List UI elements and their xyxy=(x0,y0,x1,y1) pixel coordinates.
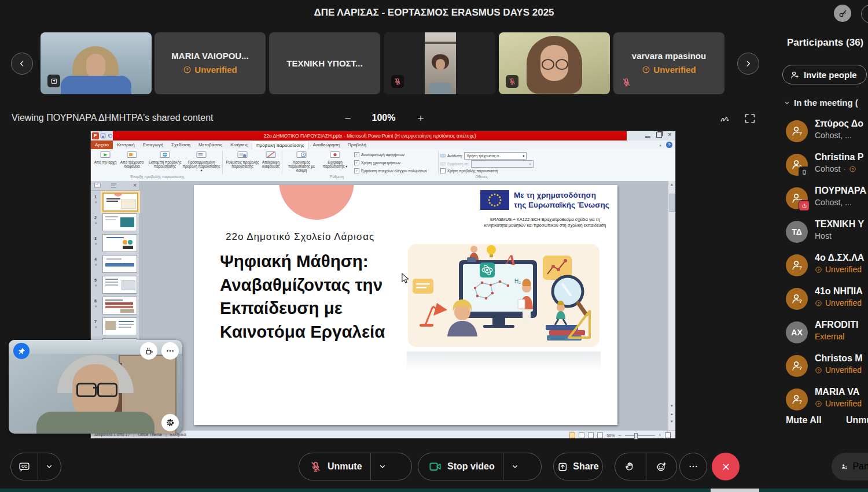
share-button[interactable]: Share xyxy=(553,453,603,480)
self-view-settings-button[interactable] xyxy=(161,414,179,431)
meeting-lock-button[interactable] xyxy=(834,5,851,22)
reactions-button[interactable] xyxy=(646,461,676,472)
closed-captions-button[interactable]: CC xyxy=(10,453,61,480)
checkbox-play-narrations[interactable]: ✓ Αναπαραγωγή αφηγήσεων xyxy=(354,152,404,157)
stop-video-button[interactable]: Stop video xyxy=(418,453,542,480)
self-view-more-button[interactable] xyxy=(161,342,179,360)
slide-thumbnail-7[interactable] xyxy=(102,317,137,335)
zoom-out-button[interactable]: − xyxy=(340,111,355,126)
unmute-button[interactable]: Unmute xyxy=(299,453,412,480)
tab-file[interactable]: Αρχείο xyxy=(91,140,113,149)
reading-view-icon[interactable] xyxy=(588,432,594,438)
tab-review[interactable]: Αναθεώρηση xyxy=(308,140,343,149)
show-on-dropdown[interactable]: ▾ xyxy=(471,160,534,168)
fit-to-window-icon[interactable] xyxy=(665,432,671,438)
close-panel-icon[interactable]: × xyxy=(133,182,137,188)
pin-video-button[interactable] xyxy=(13,343,30,359)
participant-row[interactable]: ΤΔ ΤΕΧΝΙΚΗ Υ Host xyxy=(778,215,868,249)
video-tile-1[interactable] xyxy=(41,32,152,94)
slide-sorter-view-icon[interactable] xyxy=(579,432,584,438)
ribbon-broadcast-button[interactable]: Εκπομπή προβολής παρουσίασης xyxy=(148,151,182,168)
unmute-all-button[interactable]: Unmute all xyxy=(846,415,868,426)
participant-row[interactable]: ? 4ο Δ.ΣΧ.ΛΑ ? Unverified xyxy=(778,249,868,282)
slideshow-view-icon[interactable] xyxy=(597,432,603,438)
undo-icon[interactable] xyxy=(107,133,113,139)
slides-tab-icon[interactable] xyxy=(94,183,101,189)
participant-role: Cohost xyxy=(815,164,840,173)
checkbox-use-timings[interactable]: ✓ Χρήση χρονομετρήσεων xyxy=(354,160,400,165)
scroll-down-icon[interactable]: ▼ xyxy=(668,404,675,408)
zoom-slider[interactable] xyxy=(625,435,655,436)
tab-animations[interactable]: Κινήσεις xyxy=(226,140,252,149)
invite-people-button[interactable]: Invite people xyxy=(782,65,867,84)
slide-thumbnail-5[interactable] xyxy=(102,276,137,294)
ribbon-setup-show-button[interactable]: Ρυθμίσεις προβολής παρουσίασης xyxy=(225,151,260,168)
participant-row[interactable]: ? Σπύρος Δο Cohost, ... xyxy=(778,114,868,148)
participant-name: 4ο Δ.ΣΧ.ΛΑ xyxy=(815,253,864,263)
ribbon-hide-slide-button[interactable]: Απόκρυψη διαφάνειας xyxy=(261,151,281,168)
ribbon-record-button[interactable]: Εγγραφή παρουσίασης ▾ xyxy=(321,151,350,168)
mute-all-button[interactable]: Mute All xyxy=(786,415,822,426)
titlebar-extra-button[interactable] xyxy=(861,5,868,23)
checkbox-presenter-view[interactable]: Χρήση προβολής παρουσιαστή xyxy=(440,168,498,173)
slide-thumbnail-2[interactable] xyxy=(102,213,137,231)
zoom-slider-thumb[interactable] xyxy=(634,433,638,439)
zoom-out-icon[interactable]: − xyxy=(618,432,621,438)
leave-meeting-button[interactable] xyxy=(712,453,740,480)
help-icon[interactable]: ? xyxy=(666,142,672,148)
next-slide-icon[interactable]: ▼ xyxy=(668,420,675,423)
restore-icon[interactable] xyxy=(656,132,662,138)
previous-slide-icon[interactable]: ▲ xyxy=(668,412,675,416)
video-tile-6[interactable]: varvara mpasinou ? Unverified xyxy=(613,32,724,94)
video-tile-2[interactable]: MARIA VAIOPOU... ? Unverified xyxy=(155,32,266,94)
filmstrip-prev-button[interactable] xyxy=(11,53,33,75)
ribbon-custom-show-button[interactable]: Προσαρμοσμένη προβολή παρουσίασης ▾ xyxy=(182,151,220,173)
checkbox-show-media-controls[interactable]: ✓ Εμφάνιση στοιχείων ελέγχου πολυμέσων xyxy=(354,168,427,173)
expand-button[interactable] xyxy=(744,112,756,127)
filmstrip-next-button[interactable] xyxy=(737,53,759,75)
tab-insert[interactable]: Εισαγωγή xyxy=(139,140,167,149)
slide-thumbnail-4[interactable] xyxy=(102,255,137,273)
slide-thumbnail-3[interactable] xyxy=(102,234,137,252)
scrollbar-thumb[interactable] xyxy=(670,194,675,212)
save-icon[interactable] xyxy=(100,133,106,139)
video-tile-5[interactable] xyxy=(499,32,610,94)
slide-thumbnail-1[interactable] xyxy=(102,193,138,212)
participant-row[interactable]: AX AFRODITI External xyxy=(778,316,868,349)
outline-tab-icon[interactable] xyxy=(111,183,117,189)
participant-row[interactable]: ? Christos M ? Unverified xyxy=(778,349,868,383)
video-tile-4[interactable] xyxy=(384,32,495,94)
slide-thumbnail-6[interactable] xyxy=(102,297,137,315)
close-icon[interactable]: × xyxy=(668,132,672,138)
ribbon-from-current-button[interactable]: Από τρέχουσα διαφάνεια xyxy=(118,151,146,168)
video-tile-3[interactable]: ΤΕΧΝΙΚΗ ΥΠΟΣΤ... xyxy=(269,32,380,94)
resolution-dropdown[interactable]: Χρήση τρέχουσας α..▾ xyxy=(464,152,527,160)
self-view-video[interactable] xyxy=(9,340,182,434)
tab-transitions[interactable]: Μεταβάσεις xyxy=(194,140,226,149)
minimize-icon[interactable] xyxy=(645,132,650,138)
normal-view-icon[interactable] xyxy=(569,432,575,438)
zoom-in-button[interactable]: + xyxy=(413,111,428,126)
more-options-button[interactable] xyxy=(679,453,707,480)
tab-view[interactable]: Προβολή xyxy=(344,140,370,149)
tab-design[interactable]: Σχεδίαση xyxy=(167,140,194,149)
ribbon-rehearse-button[interactable]: Χρονισμός παρουσίασης με δοκιμή xyxy=(284,151,319,173)
collapse-ribbon-icon[interactable]: ▴ xyxy=(659,143,661,147)
tab-slideshow[interactable]: Προβολή παρουσίασης xyxy=(252,140,308,149)
audio-options-button[interactable] xyxy=(371,453,394,480)
participants-toggle-button[interactable]: Participants xyxy=(832,453,868,480)
participant-row[interactable]: ? ΠΟΥΡΝΑΡΑ Cohost, ... xyxy=(778,182,868,215)
participant-row[interactable]: ? Christina P Cohost · ? xyxy=(778,148,868,182)
video-options-button[interactable] xyxy=(503,453,527,480)
scroll-up-icon[interactable]: ▲ xyxy=(668,183,675,186)
ppt-vertical-scrollbar[interactable]: ▲ ▼ ▲ ▼ xyxy=(668,181,675,431)
participant-row[interactable]: ? 41ο ΝΗΠΙΑ ? Unverified xyxy=(778,282,868,316)
raise-hand-button[interactable] xyxy=(615,461,646,472)
step-away-button[interactable] xyxy=(140,342,157,360)
zoom-in-icon[interactable]: + xyxy=(659,432,661,438)
cc-options-button[interactable] xyxy=(38,453,61,480)
annotate-button[interactable] xyxy=(719,112,732,127)
in-the-meeting-section[interactable]: In the meeting ( xyxy=(784,98,868,108)
ribbon-from-start-button[interactable]: Από την αρχή xyxy=(93,151,117,164)
tab-home[interactable]: Κεντρική xyxy=(113,140,139,149)
